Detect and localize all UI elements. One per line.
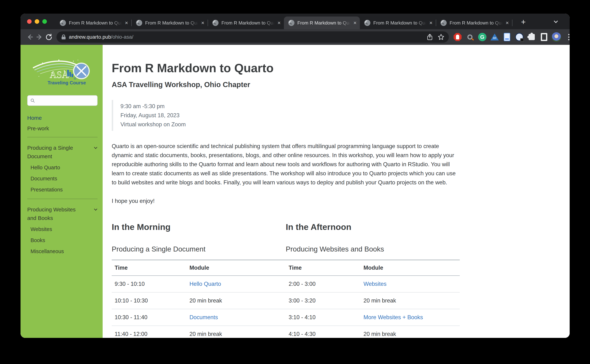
table-row: 4:10 - 4:3020 min break: [286, 326, 460, 338]
document-icon: [504, 33, 510, 41]
sidebar-section: Producing a Single DocumentHello QuartoD…: [27, 143, 98, 193]
url-host: andrew.quarto.pub: [69, 34, 111, 40]
chevron-down-icon: [94, 207, 97, 210]
logo-registered-mark: ®: [74, 77, 76, 80]
window-minimize-button[interactable]: [35, 19, 39, 24]
grammarly-extension-button[interactable]: G: [477, 32, 487, 42]
column-header-time: Time: [286, 260, 361, 276]
extensions-menu-button[interactable]: [527, 32, 536, 42]
window-zoom-button[interactable]: [42, 19, 47, 24]
tab-title: From R Markdown to Quar: [221, 20, 276, 26]
tab-close-icon[interactable]: ×: [429, 20, 433, 26]
browser-tab[interactable]: From R Markdown to Quar×: [436, 17, 512, 29]
afternoon-subheading: Producing Websites and Books: [286, 245, 460, 254]
cell-module: 20 min break: [187, 326, 286, 338]
logo-tagline: Traveling Course: [47, 80, 86, 85]
profile-button[interactable]: [552, 32, 561, 42]
cell-module: More Websites + Books: [361, 309, 460, 326]
tab-close-icon[interactable]: ×: [277, 20, 281, 26]
main-content: From R Markdown to Quarto ASA Travelling…: [103, 45, 570, 338]
tab-close-icon[interactable]: ×: [201, 20, 204, 26]
browser-tab[interactable]: From R Markdown to Quar×: [360, 17, 436, 29]
address-bar[interactable]: andrew.quarto.pub/ohio-asa/: [56, 31, 449, 43]
back-button[interactable]: [25, 32, 35, 42]
browser-tab[interactable]: From R Markdown to Quar×: [55, 17, 131, 29]
browser-menu-button[interactable]: [564, 32, 570, 42]
asa-traveling-course-logo: ASA ® Traveling Course: [32, 55, 93, 89]
tab-close-icon[interactable]: ×: [506, 20, 509, 26]
table-row: 3:10 - 4:10More Websites + Books: [286, 309, 460, 326]
bookmark-star-icon[interactable]: [438, 33, 444, 40]
page-title: From R Markdown to Quarto: [112, 61, 460, 75]
module-link[interactable]: Hello Quarto: [189, 281, 221, 287]
sidebar-item-hello-quarto[interactable]: Hello Quarto: [31, 164, 98, 171]
table-row: 11:40 - 12:0020 min break: [112, 326, 286, 338]
cell-time: 10:30 - 11:40: [112, 309, 187, 326]
lock-icon: [61, 34, 66, 40]
sidebar-item-websites[interactable]: Websites: [31, 226, 98, 233]
morning-schedule-table: Time Module 9:30 - 10:10Hello Quarto10:1…: [112, 260, 286, 338]
reload-icon: [45, 33, 53, 41]
column-header-module: Module: [361, 260, 460, 276]
window-close-button[interactable]: [27, 19, 32, 24]
zoom-extension-button[interactable]: [465, 32, 475, 42]
cell-module: Websites: [361, 276, 460, 292]
profile-avatar: [552, 32, 561, 42]
module-link[interactable]: More Websites + Books: [363, 314, 423, 320]
module-link[interactable]: Websites: [363, 281, 387, 287]
event-details: 9:30 am -5:30 pm Friday, August 18, 2023…: [112, 100, 460, 131]
sidebar-section-toggle[interactable]: Producing Websites and Books: [27, 205, 98, 222]
morning-subheading: Producing a Single Document: [112, 245, 286, 254]
tab-close-icon[interactable]: ×: [353, 20, 357, 26]
sidebar-divider: [27, 199, 98, 199]
afternoon-heading: In the Afternoon: [286, 222, 460, 232]
cell-time: 9:30 - 10:10: [112, 276, 187, 292]
intro-paragraph: Quarto is an open-source scientific and …: [112, 142, 460, 187]
logo-asa-text: ASA: [50, 70, 69, 80]
sidebar-section-children: Hello QuartoDocumentsPresentations: [31, 164, 98, 193]
cell-module: Hello Quarto: [187, 276, 286, 292]
tab-search-button[interactable]: [552, 18, 559, 25]
share-icon[interactable]: [427, 33, 433, 40]
sidebar-item-home[interactable]: Home: [27, 115, 98, 121]
onepassword-extension-button[interactable]: [515, 32, 524, 42]
sidebar-item-pre-work[interactable]: Pre-work: [27, 125, 98, 131]
new-tab-button[interactable]: +: [517, 16, 529, 28]
event-time: 9:30 am -5:30 pm: [121, 102, 460, 111]
quarto-globe-favicon: [364, 20, 370, 26]
sidebar-item-miscellaneous[interactable]: Miscellaneous: [31, 248, 98, 255]
reading-pane-button[interactable]: [539, 32, 549, 42]
cell-time: 3:10 - 4:10: [286, 309, 361, 326]
axe-devtools-extension-button[interactable]: ax: [490, 32, 499, 42]
search-input[interactable]: [37, 98, 95, 104]
cell-module: 20 min break: [361, 326, 460, 338]
tab-close-icon[interactable]: ×: [125, 20, 128, 26]
sidebar-section-toggle[interactable]: Producing a Single Document: [27, 143, 98, 161]
browser-toolbar: andrew.quarto.pub/ohio-asa/ G ax: [20, 29, 570, 45]
chevron-down-icon: [554, 19, 558, 23]
browser-window: From R Markdown to Quar×From R Markdown …: [20, 14, 570, 338]
reload-button[interactable]: [44, 32, 54, 42]
table-row: 3:00 - 3:2020 min break: [286, 292, 460, 309]
sidebar-item-presentations[interactable]: Presentations: [31, 186, 98, 193]
morning-column: In the Morning Producing a Single Docume…: [112, 222, 286, 338]
sidebar-item-documents[interactable]: Documents: [31, 175, 98, 182]
closing-paragraph: I hope you enjoy!: [112, 196, 460, 206]
adblock-extension-button[interactable]: [453, 32, 462, 42]
module-link[interactable]: Documents: [189, 314, 218, 320]
onepassword-lock-icon: [515, 33, 523, 41]
adblock-icon: [454, 33, 462, 41]
afternoon-column: In the Afternoon Producing Websites and …: [286, 222, 460, 338]
sidebar-item-books[interactable]: Books: [31, 237, 98, 244]
morning-heading: In the Morning: [112, 222, 286, 232]
browser-tab[interactable]: From R Markdown to Quar×: [208, 17, 284, 29]
browser-tab[interactable]: From R Markdown to Quar×: [132, 17, 208, 29]
quarto-globe-favicon: [288, 20, 295, 26]
cell-module: Documents: [187, 309, 286, 326]
tab-list: From R Markdown to Quar×From R Markdown …: [55, 14, 512, 29]
sidebar-search: [27, 95, 98, 106]
document-extension-button[interactable]: [502, 32, 512, 42]
menu-dots-icon: [568, 34, 570, 40]
forward-button[interactable]: [35, 32, 44, 42]
browser-tab[interactable]: From R Markdown to Quar×: [284, 17, 360, 29]
